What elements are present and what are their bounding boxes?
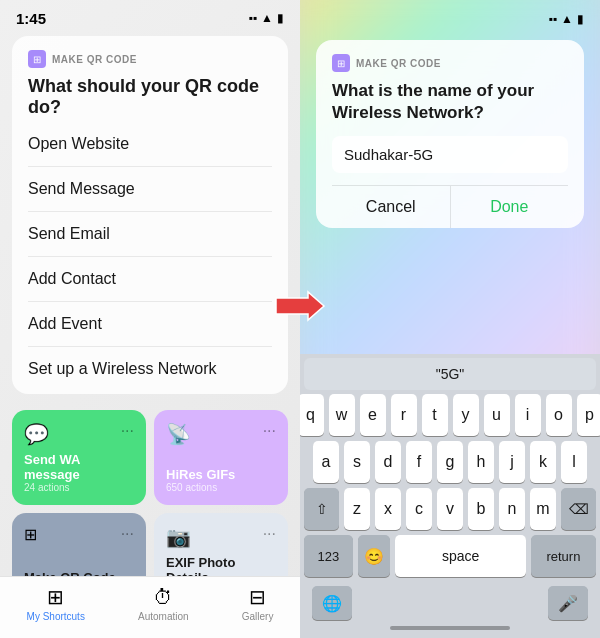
shift-key[interactable]: ⇧	[304, 488, 339, 530]
key-c[interactable]: c	[406, 488, 432, 530]
menu-item-send-email[interactable]: Send Email	[28, 211, 272, 256]
automation-label: Automation	[138, 611, 189, 622]
dialog-qr-label: MAKE QR CODE	[356, 58, 441, 69]
dialog-area: ⊞ MAKE QR CODE What is the name of your …	[300, 32, 600, 354]
numbers-key[interactable]: 123	[304, 535, 353, 577]
wifi-icon: ▲	[261, 11, 273, 25]
return-key[interactable]: return	[531, 535, 596, 577]
key-a[interactable]: a	[313, 441, 339, 483]
globe-key[interactable]: 🌐	[312, 586, 352, 620]
network-name-input[interactable]	[332, 136, 568, 173]
key-j[interactable]: j	[499, 441, 525, 483]
tile-hires-subtitle: 650 actions	[166, 482, 276, 493]
key-w[interactable]: w	[329, 394, 355, 436]
dialog-title: What is the name of your Wireless Networ…	[332, 80, 568, 124]
key-f[interactable]: f	[406, 441, 432, 483]
qr-card: ⊞ MAKE QR CODE What should your QR code …	[12, 36, 288, 394]
suggestion-bar: "5G"	[304, 358, 596, 390]
keyboard-row-1: q w e r t y u i o p	[304, 394, 596, 436]
status-icons-left: ▪▪ ▲ ▮	[249, 11, 284, 25]
done-button[interactable]: Done	[451, 186, 569, 228]
right-arrow-icon	[272, 290, 328, 322]
menu-item-add-event[interactable]: Add Event	[28, 301, 272, 346]
tile-qr-title: Make QR Code	[24, 570, 134, 576]
key-r[interactable]: r	[391, 394, 417, 436]
tile-qr[interactable]: ⊞ ··· Make QR Code 39 actions	[12, 513, 146, 576]
status-bar-left: 1:45 ▪▪ ▲ ▮	[0, 0, 300, 32]
gallery-label: Gallery	[242, 611, 274, 622]
key-k[interactable]: k	[530, 441, 556, 483]
signal-icon: ▪▪	[249, 11, 258, 25]
dialog-card: ⊞ MAKE QR CODE What is the name of your …	[316, 40, 584, 228]
mic-key[interactable]: 🎤	[548, 586, 588, 620]
tile-send-wa-title: Send WA message	[24, 452, 134, 482]
tile-exif-title: EXIF Photo Details	[166, 555, 276, 576]
arrow-container	[272, 290, 328, 322]
space-key[interactable]: space	[395, 535, 525, 577]
key-s[interactable]: s	[344, 441, 370, 483]
delete-key[interactable]: ⌫	[561, 488, 596, 530]
status-time: 1:45	[16, 10, 46, 27]
tile-send-wa[interactable]: 💬 ··· Send WA message 24 actions	[12, 410, 146, 505]
my-shortcuts-label: My Shortcuts	[27, 611, 85, 622]
tile-exif-more[interactable]: ···	[263, 525, 276, 543]
menu-item-wireless[interactable]: Set up a Wireless Network	[28, 346, 272, 394]
battery-icon: ▮	[277, 11, 284, 25]
status-bar-right: ▪▪ ▲ ▮	[300, 0, 600, 32]
key-i[interactable]: i	[515, 394, 541, 436]
key-u[interactable]: u	[484, 394, 510, 436]
dialog-actions: Cancel Done	[332, 185, 568, 228]
cancel-button[interactable]: Cancel	[332, 186, 451, 228]
menu-list: Open Website Send Message Send Email Add…	[28, 122, 272, 394]
tile-qr-more[interactable]: ···	[121, 525, 134, 543]
key-l[interactable]: l	[561, 441, 587, 483]
my-shortcuts-icon: ⊞	[47, 585, 64, 609]
tile-hires-more[interactable]: ···	[263, 422, 276, 440]
right-panel: ▪▪ ▲ ▮ ⊞ MAKE QR CODE What is the name o…	[300, 0, 600, 638]
key-o[interactable]: o	[546, 394, 572, 436]
qr-header-label: MAKE QR CODE	[52, 54, 137, 65]
tile-hires[interactable]: 📡 ··· HiRes GIFs 650 actions	[154, 410, 288, 505]
tile-qr-icon: ⊞	[24, 525, 37, 544]
nav-my-shortcuts[interactable]: ⊞ My Shortcuts	[27, 585, 85, 622]
emoji-key[interactable]: 😊	[358, 535, 391, 577]
key-m[interactable]: m	[530, 488, 556, 530]
tile-hires-icon: 📡	[166, 422, 191, 446]
key-d[interactable]: d	[375, 441, 401, 483]
left-panel: 1:45 ▪▪ ▲ ▮ ⊞ MAKE QR CODE What should y…	[0, 0, 300, 638]
suggestion-text[interactable]: "5G"	[428, 364, 473, 384]
key-v[interactable]: v	[437, 488, 463, 530]
keyboard-row-4: 123 😊 space return	[304, 535, 596, 577]
tile-exif-icon: 📷	[166, 525, 191, 549]
battery-icon-right: ▮	[577, 12, 584, 26]
dialog-qr-icon: ⊞	[332, 54, 350, 72]
key-b[interactable]: b	[468, 488, 494, 530]
menu-item-add-contact[interactable]: Add Contact	[28, 256, 272, 301]
tile-send-wa-subtitle: 24 actions	[24, 482, 134, 493]
key-h[interactable]: h	[468, 441, 494, 483]
status-icons-right: ▪▪ ▲ ▮	[549, 10, 584, 28]
tile-send-wa-more[interactable]: ···	[121, 422, 134, 440]
key-p[interactable]: p	[577, 394, 601, 436]
key-t[interactable]: t	[422, 394, 448, 436]
right-content: ▪▪ ▲ ▮ ⊞ MAKE QR CODE What is the name o…	[300, 0, 600, 638]
key-y[interactable]: y	[453, 394, 479, 436]
key-q[interactable]: q	[300, 394, 324, 436]
dialog-header: ⊞ MAKE QR CODE	[332, 54, 568, 72]
key-x[interactable]: x	[375, 488, 401, 530]
tile-hires-title: HiRes GIFs	[166, 467, 276, 482]
key-z[interactable]: z	[344, 488, 370, 530]
key-g[interactable]: g	[437, 441, 463, 483]
signal-icon-right: ▪▪	[549, 12, 558, 26]
tile-exif[interactable]: 📷 ··· EXIF Photo Details 156 actions	[154, 513, 288, 576]
home-bar	[390, 626, 510, 630]
automation-icon: ⏱	[153, 586, 173, 609]
menu-item-open-website[interactable]: Open Website	[28, 122, 272, 166]
qr-header: ⊞ MAKE QR CODE	[28, 50, 272, 68]
key-e[interactable]: e	[360, 394, 386, 436]
menu-item-send-message[interactable]: Send Message	[28, 166, 272, 211]
nav-gallery[interactable]: ⊟ Gallery	[242, 585, 274, 622]
key-n[interactable]: n	[499, 488, 525, 530]
nav-automation[interactable]: ⏱ Automation	[138, 586, 189, 622]
keyboard-row-2: a s d f g h j k l	[304, 441, 596, 483]
